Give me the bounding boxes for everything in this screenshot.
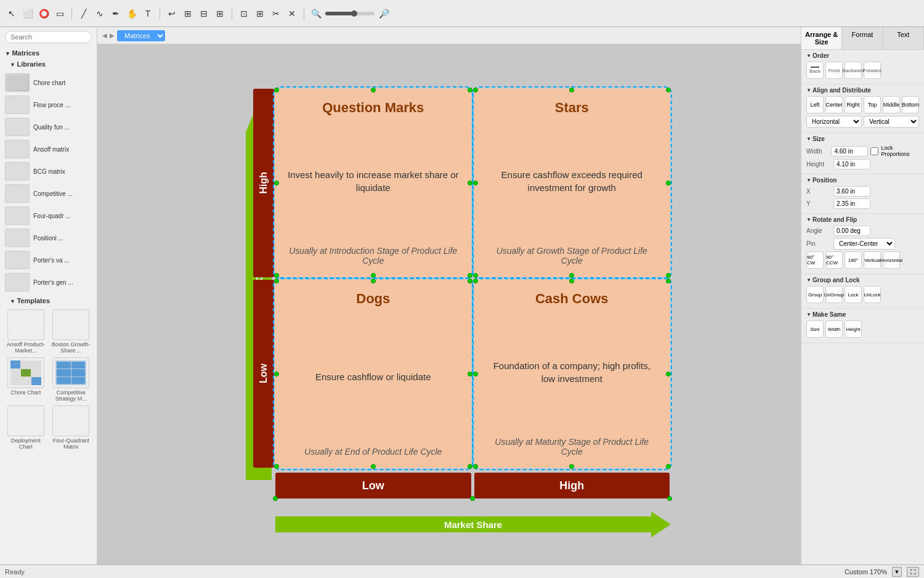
y-input[interactable]: [833, 198, 870, 209]
order-section-title[interactable]: Order: [806, 52, 919, 59]
template-chore[interactable]: Chore Chart: [5, 357, 47, 402]
toolbar-paste-icon[interactable]: ⊞: [253, 7, 267, 20]
toolbar-text-icon[interactable]: T: [141, 7, 155, 20]
unlock-btn[interactable]: UnLock: [864, 286, 881, 303]
order-forward-btn[interactable]: Forward: [864, 62, 881, 79]
toolbar-circle-icon[interactable]: ⭕: [37, 7, 51, 20]
rotate-180-btn[interactable]: 180°: [845, 251, 862, 269]
handle-bottom-right: [667, 496, 672, 501]
toolbar-cut-icon[interactable]: ✂: [269, 7, 283, 20]
search-input[interactable]: [5, 31, 92, 43]
align-bottom-btn[interactable]: Bottom: [902, 96, 919, 113]
template-boston[interactable]: Boston Growth-Share ...: [51, 309, 92, 354]
align-section-title[interactable]: Align and Distribute: [806, 87, 919, 94]
list-item-competitive[interactable]: Competitive ...: [0, 182, 97, 205]
size-section-title[interactable]: Size: [806, 136, 919, 142]
same-height-btn[interactable]: Height: [845, 320, 862, 338]
section-matrices[interactable]: Matrices: [0, 47, 97, 59]
canvas-area: ◀ ▶ Matrices: [97, 27, 801, 564]
list-item-chore[interactable]: Chore chart: [0, 71, 97, 94]
group-btn[interactable]: Group: [806, 286, 824, 303]
align-top-btn[interactable]: Top: [864, 96, 881, 113]
height-input[interactable]: [833, 159, 870, 169]
quadrant-cash-cows[interactable]: Cash Cows Foundation of a company; high …: [474, 280, 670, 468]
lock-btn[interactable]: Lock: [845, 286, 862, 303]
group-buttons: Group UnGroup Lock UnLock: [806, 286, 919, 303]
flip-horizontal-btn[interactable]: Horizontal: [883, 251, 900, 269]
horizontal-dropdown[interactable]: Horizontal: [806, 116, 862, 128]
rotate-section-title[interactable]: Rotate and Flip: [806, 216, 919, 223]
toolbar-arrow-icon[interactable]: ↖: [5, 7, 18, 20]
subsection-templates[interactable]: Templates: [0, 296, 97, 306]
rotate-90ccw-btn[interactable]: 90° CCW: [825, 251, 843, 269]
pin-dropdown[interactable]: Center-Center: [833, 238, 895, 250]
template-four-quadrant[interactable]: Four-Quadrant Matrix: [51, 405, 92, 450]
toolbar-undo-icon[interactable]: ↩: [165, 7, 179, 20]
width-input[interactable]: [831, 146, 868, 157]
x-input[interactable]: [833, 186, 870, 197]
list-item-porters-gen[interactable]: Porter's gen ...: [0, 271, 97, 293]
toolbar-table2-icon[interactable]: ⊞: [213, 7, 227, 20]
toolbar-zoomout-icon[interactable]: 🔎: [377, 7, 391, 20]
make-same-buttons: Size Width Height: [806, 320, 919, 338]
same-size-btn[interactable]: Size: [806, 320, 824, 338]
group-section-title[interactable]: Group and Lock: [806, 277, 919, 283]
toolbar-grid-icon[interactable]: ⊞: [181, 7, 195, 20]
list-item-positioni[interactable]: Positioni ...: [0, 227, 97, 249]
fullscreen-btn[interactable]: ⛶: [907, 567, 919, 577]
order-back-btn[interactable]: Back: [806, 62, 824, 79]
breadcrumb-back[interactable]: ◀: [102, 32, 107, 39]
subsection-libraries[interactable]: Libraries: [0, 59, 97, 69]
breadcrumb-dropdown[interactable]: Matrices: [117, 30, 165, 41]
vertical-dropdown[interactable]: Vertical: [864, 116, 919, 128]
angle-input[interactable]: [833, 226, 870, 236]
order-backward-btn[interactable]: Backward: [845, 62, 862, 79]
list-item-ansoff[interactable]: Ansoff matrix: [0, 138, 97, 160]
template-ansoff[interactable]: Ansoff Product-Market...: [5, 309, 47, 354]
quadrant-question-marks[interactable]: Question Marks Invest heavily to increas…: [275, 89, 471, 277]
toolbar-copy-icon[interactable]: ⊡: [237, 7, 251, 20]
handle-bl-cc: [473, 464, 478, 469]
quadrant-dogs[interactable]: Dogs Ensure cashflow or liquidate Usuall…: [275, 280, 471, 468]
align-middle-btn[interactable]: Middle: [883, 96, 900, 113]
handle-mr: [468, 181, 472, 185]
toolbar-delete-icon[interactable]: ✕: [285, 7, 299, 20]
toolbar-hand-icon[interactable]: ✋: [125, 7, 139, 20]
flip-vertical-btn[interactable]: Vertical: [864, 251, 881, 269]
breadcrumb-forward[interactable]: ▶: [110, 32, 115, 39]
align-left-btn[interactable]: Left: [806, 96, 824, 113]
template-deployment[interactable]: Deployment Chart: [5, 405, 47, 450]
tab-text[interactable]: Text: [883, 27, 924, 49]
list-item-flow[interactable]: Flow proce ...: [0, 94, 97, 116]
handle-tl-dogs: [274, 279, 279, 283]
tab-arrange-size[interactable]: Arrange & Size: [801, 27, 842, 49]
ungroup-btn[interactable]: UnGroup: [825, 286, 843, 303]
rotate-buttons: 90° CW 90° CCW 180° Vertical Horizontal: [806, 251, 919, 269]
list-item-quality[interactable]: Quality fun ...: [0, 116, 97, 138]
order-front-btn[interactable]: Front: [825, 62, 843, 79]
rotate-90cw-btn[interactable]: 90° CW: [806, 251, 824, 269]
align-center-btn[interactable]: Center: [825, 96, 843, 113]
list-item-four-quadr[interactable]: Four-quadr ...: [0, 205, 97, 227]
same-width-btn[interactable]: Width: [825, 320, 843, 338]
toolbar-table-icon[interactable]: ⊟: [197, 7, 211, 20]
template-competitive[interactable]: Competitive Strategy M...: [51, 357, 92, 402]
list-item-porters-va[interactable]: Porter's va ...: [0, 249, 97, 271]
lock-proportions-checkbox[interactable]: [870, 147, 878, 155]
align-right-btn[interactable]: Right: [845, 96, 862, 113]
quadrant-stars[interactable]: Stars Ensure cashflow exceeds required i…: [474, 89, 670, 277]
height-label: Height: [806, 161, 831, 168]
canvas-content[interactable]: Market Growth High: [97, 44, 801, 564]
template-competitive-label: Competitive Strategy M...: [51, 389, 92, 402]
toolbar-rect-icon[interactable]: ▭: [53, 7, 67, 20]
toolbar-curve-icon[interactable]: ∿: [93, 7, 107, 20]
make-same-section-title[interactable]: Make Same: [806, 311, 919, 318]
tab-format[interactable]: Format: [842, 27, 883, 49]
zoom-dropdown-btn[interactable]: ▼: [892, 567, 902, 577]
position-section-title[interactable]: Position: [806, 177, 919, 184]
toolbar-select-icon[interactable]: ⬜: [21, 7, 34, 20]
toolbar-pen-icon[interactable]: ✒: [109, 7, 123, 20]
toolbar-zoomin-icon[interactable]: 🔍: [309, 7, 323, 20]
list-item-bcg[interactable]: BCG matrix: [0, 160, 97, 182]
toolbar-line-icon[interactable]: ╱: [77, 7, 91, 20]
